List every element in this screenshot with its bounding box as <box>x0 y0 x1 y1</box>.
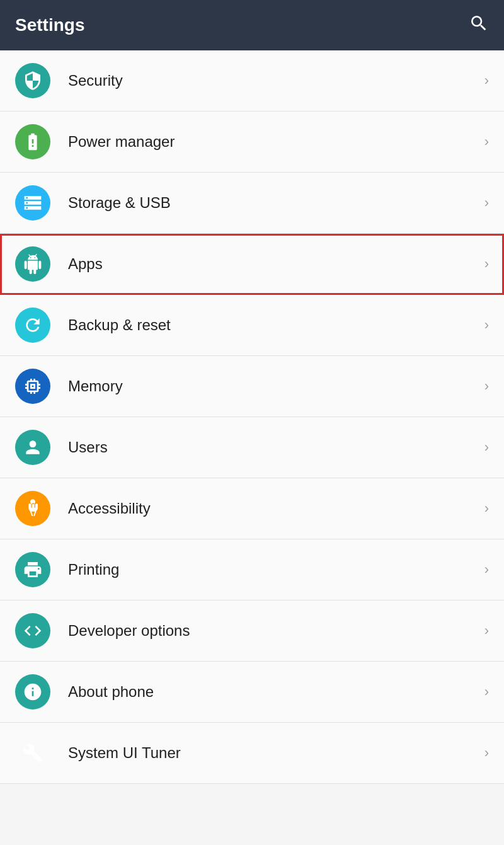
app-header: Settings <box>0 0 504 50</box>
power-manager-icon <box>15 124 50 159</box>
settings-item-power-manager[interactable]: Power manager › <box>0 112 504 173</box>
settings-item-users[interactable]: Users › <box>0 417 504 478</box>
accessibility-chevron: › <box>484 500 489 517</box>
apps-label: Apps <box>68 255 479 273</box>
apps-chevron: › <box>484 256 489 272</box>
storage-usb-chevron: › <box>484 195 489 211</box>
memory-icon <box>15 369 50 404</box>
backup-reset-icon <box>15 308 50 343</box>
printing-chevron: › <box>484 561 489 578</box>
settings-item-apps[interactable]: Apps › <box>0 234 504 295</box>
security-chevron: › <box>484 72 489 89</box>
settings-list: Security › Power manager › Storage & USB… <box>0 50 504 784</box>
about-phone-label: About phone <box>68 683 479 701</box>
power-manager-label: Power manager <box>68 133 479 151</box>
memory-label: Memory <box>68 377 479 395</box>
users-icon <box>15 430 50 465</box>
printing-icon <box>15 552 50 587</box>
settings-item-printing[interactable]: Printing › <box>0 539 504 601</box>
users-label: Users <box>68 439 479 456</box>
accessibility-icon <box>15 491 50 526</box>
backup-reset-chevron: › <box>484 317 489 333</box>
developer-options-icon <box>15 613 50 648</box>
system-ui-tuner-chevron: › <box>484 745 489 761</box>
security-icon <box>15 63 50 98</box>
settings-item-accessibility[interactable]: Accessibility › <box>0 478 504 539</box>
system-ui-tuner-icon <box>15 735 50 771</box>
settings-item-backup-reset[interactable]: Backup & reset › <box>0 295 504 356</box>
storage-usb-icon <box>15 185 50 221</box>
settings-item-about-phone[interactable]: About phone › <box>0 662 504 723</box>
settings-item-developer-options[interactable]: Developer options › <box>0 601 504 662</box>
developer-options-label: Developer options <box>68 622 479 640</box>
settings-item-security[interactable]: Security › <box>0 50 504 112</box>
settings-item-system-ui-tuner[interactable]: System UI Tuner › <box>0 723 504 784</box>
about-phone-icon <box>15 674 50 710</box>
users-chevron: › <box>484 439 489 456</box>
security-label: Security <box>68 72 479 89</box>
accessibility-label: Accessibility <box>68 500 479 517</box>
power-manager-chevron: › <box>484 134 489 150</box>
printing-label: Printing <box>68 561 479 578</box>
settings-item-memory[interactable]: Memory › <box>0 356 504 417</box>
settings-item-storage-usb[interactable]: Storage & USB › <box>0 173 504 234</box>
developer-options-chevron: › <box>484 623 489 639</box>
about-phone-chevron: › <box>484 684 489 700</box>
search-icon[interactable] <box>469 13 489 38</box>
storage-usb-label: Storage & USB <box>68 194 479 212</box>
system-ui-tuner-label: System UI Tuner <box>68 744 479 762</box>
memory-chevron: › <box>484 378 489 394</box>
page-title: Settings <box>15 15 84 35</box>
apps-icon <box>15 246 50 282</box>
backup-reset-label: Backup & reset <box>68 316 479 334</box>
